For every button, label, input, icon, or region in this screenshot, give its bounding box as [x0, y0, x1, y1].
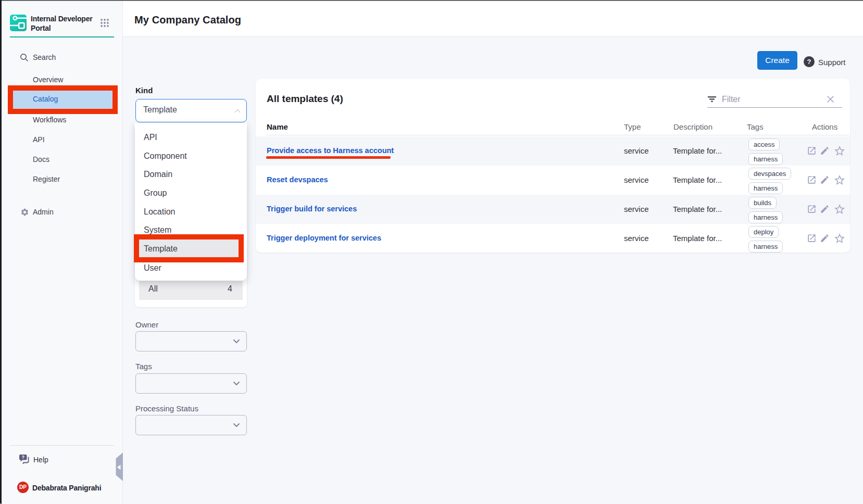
svg-text:?: ?	[21, 455, 24, 460]
